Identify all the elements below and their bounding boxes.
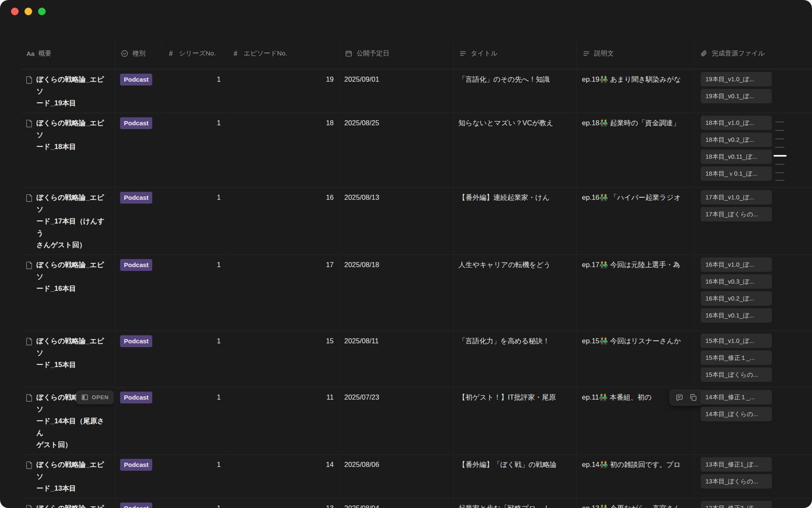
column-header-files[interactable]: 完成音源ファイル <box>694 38 812 69</box>
cell-episode-number[interactable]: 17 <box>226 255 339 331</box>
type-tag[interactable]: Podcast <box>120 459 152 471</box>
audio-file-chip[interactable]: 19本目_v0.1_ぼ... <box>701 89 772 103</box>
cell-series-number[interactable]: 1 <box>162 455 226 498</box>
cell-name[interactable]: ぼくらの戦略論_エピソ ード_19本目 <box>21 69 115 113</box>
audio-file-chip[interactable]: 18本目_v1.0_ぼ... <box>701 116 772 130</box>
cell-name[interactable]: ぼくらの戦略論_エピソ ード_14本目（尾原さん ゲスト回）OPEN <box>21 387 115 454</box>
cell-description[interactable]: ep.15👬 今回はリスナーさんか <box>577 331 694 387</box>
type-tag[interactable]: Podcast <box>120 74 152 86</box>
cell-description[interactable]: ep.13👬 今更ながら、高宮さん <box>577 498 694 508</box>
audio-file-chip[interactable]: 16本目_v1.0_ぼ... <box>701 257 772 272</box>
type-tag[interactable]: Podcast <box>120 259 152 271</box>
cell-type[interactable]: Podcast <box>115 188 162 254</box>
cell-name[interactable]: ぼくらの戦略論_エピソ ード_12本目 <box>21 498 115 508</box>
cell-name[interactable]: ぼくらの戦略論_エピソ ード_17本目（けんすう さんゲスト回） <box>21 188 115 254</box>
cell-audio-files[interactable]: 14本目_修正１_...14本目_ぼくらの... <box>694 387 812 454</box>
cell-type[interactable]: Podcast <box>115 331 162 387</box>
type-tag[interactable]: Podcast <box>120 117 152 129</box>
audio-file-chip[interactable]: 12本目_修正3_ぼ... <box>701 501 772 508</box>
cell-episode-number[interactable]: 11 <box>226 387 339 454</box>
column-header-series[interactable]: #シリーズNo. <box>162 38 226 69</box>
comment-icon[interactable] <box>675 394 683 402</box>
cell-episode-number[interactable]: 15 <box>226 331 339 387</box>
audio-file-chip[interactable]: 16本目_v0.3_ぼ... <box>701 274 772 289</box>
audio-file-chip[interactable]: 15本目_修正１_... <box>701 351 772 365</box>
audio-file-chip[interactable]: 16本目_v0.2_ぼ... <box>701 291 772 306</box>
cell-publish-date[interactable]: 2025/08/11 <box>339 331 453 387</box>
cell-title[interactable]: 【番外編】連続起業家・けん <box>453 188 577 254</box>
audio-file-chip[interactable]: 16本目_v0.1_ぼ... <box>701 308 772 323</box>
cell-name[interactable]: ぼくらの戦略論_エピソ ード_15本目 <box>21 331 115 387</box>
cell-type[interactable]: Podcast <box>115 255 162 331</box>
cell-title[interactable]: 知らないとマズい？VCが教え <box>453 113 577 187</box>
cell-publish-date[interactable]: 2025/08/04 <box>339 498 453 508</box>
cell-audio-files[interactable]: 13本目_修正1_ぼ...13本目_ぼくらの... <box>694 455 812 498</box>
audio-file-chip[interactable]: 15本目_v1.0_ぼ... <box>701 334 772 348</box>
column-header-type[interactable]: 種別 <box>115 38 162 69</box>
cell-episode-number[interactable]: 13 <box>226 498 339 508</box>
cell-audio-files[interactable]: 17本目_v1.0_ぼ...17本目_ぼくらの... <box>694 188 812 254</box>
cell-type[interactable]: Podcast <box>115 387 162 454</box>
cell-series-number[interactable]: 1 <box>162 255 226 331</box>
cell-description[interactable]: ep.14👬 初の雑談回です。プロ <box>577 455 694 498</box>
cell-title[interactable]: 「言語化力」を高める秘訣！ <box>453 331 577 387</box>
type-tag[interactable]: Podcast <box>120 335 152 347</box>
cell-publish-date[interactable]: 2025/08/13 <box>339 188 453 254</box>
cell-audio-files[interactable]: 18本目_v1.0_ぼ...18本目_v0.2_ぼ...18本目_v0.11_ぼ… <box>694 113 812 187</box>
cell-publish-date[interactable]: 2025/09/01 <box>339 69 453 113</box>
cell-name[interactable]: ぼくらの戦略論_エピソ ード_18本目 <box>21 113 115 187</box>
cell-publish-date[interactable]: 2025/08/18 <box>339 255 453 331</box>
cell-episode-number[interactable]: 16 <box>226 188 339 254</box>
cell-type[interactable]: Podcast <box>115 69 162 113</box>
column-header-episode[interactable]: #エピソードNo. <box>226 38 339 69</box>
audio-file-chip[interactable]: 14本目_ぼくらの... <box>701 407 772 421</box>
column-header-title[interactable]: タイトル <box>453 38 577 69</box>
cell-series-number[interactable]: 1 <box>162 498 226 508</box>
cell-audio-files[interactable]: 12本目_修正3_ぼ... <box>694 498 812 508</box>
cell-episode-number[interactable]: 18 <box>226 113 339 187</box>
cell-publish-date[interactable]: 2025/08/06 <box>339 455 453 498</box>
cell-title[interactable]: 【初ゲスト！】IT批評家・尾原 <box>453 387 577 454</box>
column-header-name[interactable]: Aa概要 <box>21 38 115 69</box>
zoom-button[interactable] <box>38 8 46 15</box>
minimize-button[interactable] <box>25 8 32 15</box>
audio-file-chip[interactable]: 19本目_v1.0_ぼ... <box>701 72 772 86</box>
cell-description[interactable]: ep.18👬 起業時の「資金調達」 <box>577 113 694 187</box>
cell-series-number[interactable]: 1 <box>162 387 226 454</box>
type-tag[interactable]: Podcast <box>120 502 152 508</box>
cell-title[interactable]: 【番外編】「ぼく戦」の戦略論 <box>453 455 577 498</box>
type-tag[interactable]: Podcast <box>120 192 152 204</box>
cell-description[interactable]: ep.19👬 あまり聞き馴染みがな <box>577 69 694 113</box>
audio-file-chip[interactable]: 13本目_ぼくらの... <box>701 474 772 489</box>
cell-audio-files[interactable]: 16本目_v1.0_ぼ...16本目_v0.3_ぼ...16本目_v0.2_ぼ.… <box>694 255 812 331</box>
cell-description[interactable]: ep.16👬 「ハイパー起業ラジオ <box>577 188 694 254</box>
audio-file-chip[interactable]: 18本目_ｖ0.1_ぼ... <box>701 166 772 181</box>
cell-audio-files[interactable]: 19本目_v1.0_ぼ...19本目_v0.1_ぼ... <box>694 69 812 113</box>
cell-publish-date[interactable]: 2025/07/23 <box>339 387 453 454</box>
cell-episode-number[interactable]: 14 <box>226 455 339 498</box>
cell-episode-number[interactable]: 19 <box>226 69 339 113</box>
type-tag[interactable]: Podcast <box>120 392 152 403</box>
audio-file-chip[interactable]: 14本目_修正１_... <box>701 390 772 404</box>
cell-description[interactable]: ep.11👬 本番組、初の <box>577 387 694 454</box>
cell-title[interactable]: 「言語化」のその先へ！知識 <box>453 69 577 113</box>
audio-file-chip[interactable]: 18本目_v0.11_ぼ... <box>701 149 772 164</box>
cell-type[interactable]: Podcast <box>115 455 162 498</box>
cell-description[interactable]: ep.17👬 今回は元陸上選手・為 <box>577 255 694 331</box>
cell-type[interactable]: Podcast <box>115 113 162 187</box>
cell-series-number[interactable]: 1 <box>162 188 226 254</box>
cell-audio-files[interactable]: 15本目_v1.0_ぼ...15本目_修正１_...15本目_ぼくらの... <box>694 331 812 387</box>
cell-name[interactable]: ぼくらの戦略論_エピソ ード_13本目 <box>21 455 115 498</box>
cell-type[interactable]: Podcast <box>115 498 162 508</box>
cell-title[interactable]: 人生やキャリアの転機をどう <box>453 255 577 331</box>
audio-file-chip[interactable]: 15本目_ぼくらの... <box>701 367 772 382</box>
column-header-desc[interactable]: 説明文 <box>577 38 694 69</box>
cell-name[interactable]: ぼくらの戦略論_エピソ ード_16本目 <box>21 255 115 331</box>
close-button[interactable] <box>11 8 19 15</box>
cell-publish-date[interactable]: 2025/08/25 <box>339 113 453 187</box>
cell-series-number[interactable]: 1 <box>162 331 226 387</box>
audio-file-chip[interactable]: 17本目_ぼくらの... <box>701 207 772 221</box>
open-button[interactable]: OPEN <box>76 390 114 404</box>
audio-file-chip[interactable]: 18本目_v0.2_ぼ... <box>701 133 772 147</box>
cell-series-number[interactable]: 1 <box>162 113 226 187</box>
